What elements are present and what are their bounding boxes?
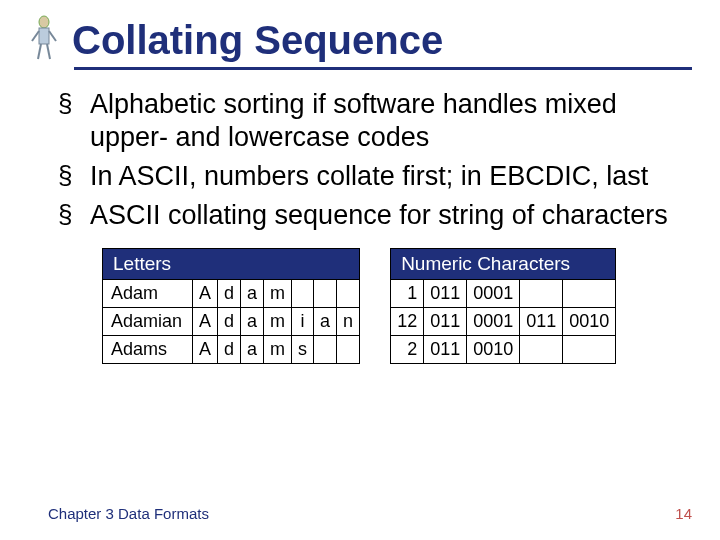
cell: A (193, 279, 218, 307)
cell: 0010 (563, 307, 616, 335)
footer: Chapter 3 Data Formats 14 (48, 505, 692, 522)
cell: 0001 (467, 279, 520, 307)
cell: 0010 (467, 335, 520, 363)
cell (520, 335, 563, 363)
slide-title: Collating Sequence (72, 12, 443, 63)
row-num: 1 (391, 279, 424, 307)
bullet-item: Alphabetic sorting if software handles m… (90, 88, 682, 154)
cell (563, 335, 616, 363)
cell: n (337, 307, 360, 335)
bullet-item: ASCII collating sequence for string of c… (90, 199, 682, 232)
cell: m (264, 279, 292, 307)
svg-line-4 (38, 44, 41, 59)
cell: 011 (424, 307, 467, 335)
cell (314, 279, 337, 307)
bullet-item: In ASCII, numbers collate first; in EBCD… (90, 160, 682, 193)
svg-rect-1 (39, 28, 49, 44)
cell: 011 (424, 279, 467, 307)
letters-table: Letters Adam A d a m Adamian A d a m i a… (102, 248, 360, 364)
row-num: 2 (391, 335, 424, 363)
row-name: Adamian (103, 307, 193, 335)
page-number: 14 (675, 505, 692, 522)
cell: a (241, 335, 264, 363)
title-row: Collating Sequence (28, 12, 692, 63)
chapter-label: Chapter 3 Data Formats (48, 505, 209, 522)
cell: a (241, 307, 264, 335)
table-row: Adamian A d a m i a n (103, 307, 360, 335)
svg-line-5 (47, 44, 50, 59)
cell: a (241, 279, 264, 307)
cell: m (264, 307, 292, 335)
row-num: 12 (391, 307, 424, 335)
table-row: 12 011 0001 011 0010 (391, 307, 616, 335)
cell: a (314, 307, 337, 335)
cell (520, 279, 563, 307)
cell (292, 279, 314, 307)
cell: i (292, 307, 314, 335)
cell: d (218, 335, 241, 363)
numeric-header: Numeric Characters (391, 248, 616, 279)
table-row: Adams A d a m s (103, 335, 360, 363)
slide-logo-icon (28, 15, 60, 61)
slide: Collating Sequence Alphabetic sorting if… (0, 0, 720, 540)
table-row: Adam A d a m (103, 279, 360, 307)
cell (337, 335, 360, 363)
cell: A (193, 307, 218, 335)
tables-row: Letters Adam A d a m Adamian A d a m i a… (102, 248, 692, 364)
svg-point-0 (39, 16, 49, 28)
svg-line-3 (49, 31, 56, 41)
numeric-table: Numeric Characters 1 011 0001 12 011 000… (390, 248, 616, 364)
cell: m (264, 335, 292, 363)
cell (314, 335, 337, 363)
row-name: Adam (103, 279, 193, 307)
cell: 011 (520, 307, 563, 335)
cell (337, 279, 360, 307)
cell: 011 (424, 335, 467, 363)
cell: s (292, 335, 314, 363)
bullet-list: Alphabetic sorting if software handles m… (90, 88, 682, 232)
row-name: Adams (103, 335, 193, 363)
svg-line-2 (32, 31, 39, 41)
table-row: 2 011 0010 (391, 335, 616, 363)
title-underline (74, 67, 692, 70)
cell: d (218, 307, 241, 335)
cell: A (193, 335, 218, 363)
table-row: 1 011 0001 (391, 279, 616, 307)
cell: 0001 (467, 307, 520, 335)
cell (563, 279, 616, 307)
letters-header: Letters (103, 248, 360, 279)
cell: d (218, 279, 241, 307)
